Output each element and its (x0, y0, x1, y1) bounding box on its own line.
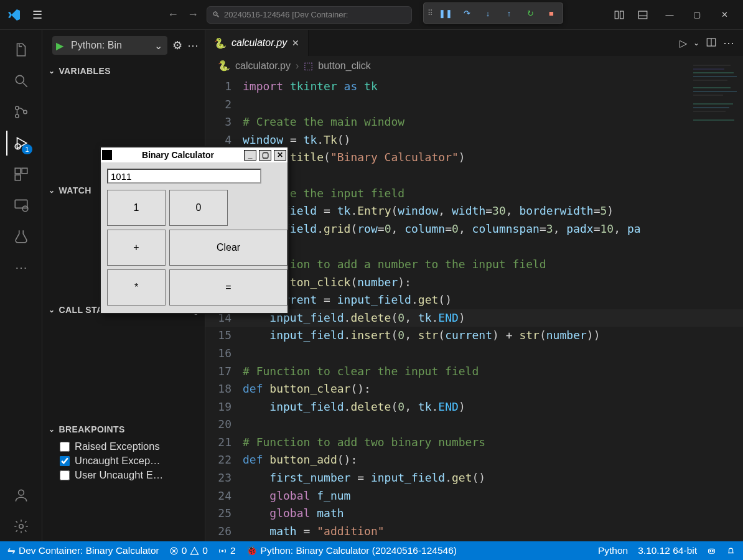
symbol-function-icon: ⬚ (304, 60, 313, 72)
debug-step-into-button[interactable]: ↓ (480, 6, 495, 21)
debug-stop-button[interactable]: ■ (544, 6, 559, 21)
calc-button-clear[interactable]: Clear (169, 230, 287, 266)
activity-remote-icon[interactable] (6, 190, 36, 220)
code-line[interactable]: input_field = tk.Entry(window, width=30,… (243, 202, 743, 220)
activity-testing-icon[interactable] (6, 222, 36, 251)
window-close-button[interactable]: ✕ (711, 4, 738, 26)
calculator-display[interactable]: 1011 (107, 169, 261, 184)
nav-back-button[interactable]: ← (164, 6, 182, 24)
calc-button-1[interactable]: 1 (107, 190, 166, 226)
activity-extensions-icon[interactable] (6, 159, 36, 189)
line-number: 19 (205, 398, 243, 416)
breakpoint-item[interactable]: Uncaught Excep… (42, 454, 205, 468)
code-line[interactable]: # Function to clear the input field (243, 363, 743, 381)
status-interpreter[interactable]: 3.10.12 64-bit (633, 545, 702, 556)
code-line[interactable]: import tkinter as tk (243, 78, 743, 96)
code-line[interactable]: input_field.grid(row=0, column=0, column… (243, 220, 743, 238)
breakpoint-checkbox[interactable] (60, 470, 70, 480)
window-minimize-button[interactable]: — (656, 4, 683, 26)
code-line[interactable]: math = "addition" (243, 523, 743, 541)
editor-tab-active[interactable]: 🐍 calculator.py ✕ (205, 30, 309, 56)
code-line[interactable]: global f_num (243, 487, 743, 505)
window-maximize-button[interactable]: ▢ (683, 4, 711, 26)
calc-button-0[interactable]: 0 (169, 190, 228, 226)
debug-config-gear-icon[interactable]: ⚙ (172, 39, 182, 52)
code-line[interactable]: def button_click(number): (243, 274, 743, 292)
breadcrumb-file[interactable]: calculator.py (235, 60, 291, 72)
calc-button-mul[interactable]: * (107, 269, 166, 306)
status-language[interactable]: Python (593, 545, 633, 556)
code-line[interactable]: input_field.insert(0, str(current) + str… (243, 327, 743, 345)
breadcrumbs[interactable]: 🐍 calculator.py › ⬚ button_click (205, 56, 743, 75)
status-problems[interactable]: 0 0 (164, 545, 213, 556)
calc-minimize-button[interactable]: _ (244, 150, 256, 161)
section-breakpoints-header[interactable]: ⌄ BREAKPOINTS (42, 419, 205, 439)
code-line[interactable]: window = tk.Tk() (243, 131, 743, 149)
activity-explorer-icon[interactable] (6, 35, 36, 65)
breakpoint-item[interactable]: User Uncaught E… (42, 468, 205, 482)
calculator-window[interactable]: Binary Calculator _ ▢ ✕ 1011 1 0 + Clear… (100, 146, 289, 314)
breakpoint-item[interactable]: Raised Exceptions (42, 439, 205, 454)
activity-search-icon[interactable] (6, 66, 36, 96)
activity-scm-icon[interactable] (6, 97, 36, 127)
calc-close-button[interactable]: ✕ (274, 150, 286, 161)
calculator-title-bar[interactable]: Binary Calculator _ ▢ ✕ (101, 147, 287, 162)
debug-step-out-button[interactable]: ↑ (502, 6, 516, 21)
more-icon[interactable]: ⋯ (187, 39, 199, 52)
code-line[interactable] (243, 96, 743, 114)
layout-customize-icon[interactable] (609, 6, 630, 24)
calc-button-plus[interactable]: + (107, 230, 166, 266)
editor-run-button[interactable]: ▷ (680, 37, 687, 49)
code-line[interactable] (243, 238, 743, 256)
breakpoint-checkbox[interactable] (60, 442, 70, 452)
code-line[interactable]: # Function to add a number to the input … (243, 256, 743, 274)
command-center-search[interactable]: 🔍︎ 20240516-124546 [Dev Container: (207, 6, 412, 24)
code-line[interactable]: # Function to add two binary numbers (243, 434, 743, 452)
activity-settings-icon[interactable] (6, 511, 36, 541)
code-line[interactable]: # Create the input field (243, 185, 743, 203)
code-line[interactable]: # Create the main window (243, 113, 743, 131)
code-line[interactable]: input_field.delete(0, tk.END) (243, 398, 743, 416)
code-line[interactable] (243, 167, 743, 185)
drag-handle-icon[interactable]: ⠿ (428, 9, 432, 17)
code-line[interactable]: input_field.delete(0, tk.END) (243, 309, 743, 327)
status-remote[interactable]: ⇋ Dev Container: Binary Calculator (2, 545, 164, 556)
breakpoint-checkbox[interactable] (60, 456, 70, 466)
run-play-icon[interactable]: ▶ (54, 40, 66, 52)
debug-restart-button[interactable]: ↻ (523, 6, 538, 21)
nav-forward-button[interactable]: → (184, 6, 202, 24)
code-line[interactable]: window.title("Binary Calculator") (243, 149, 743, 167)
breadcrumb-symbol[interactable]: button_click (318, 60, 371, 72)
line-number: 16 (205, 345, 243, 363)
calc-button-eq[interactable]: = (169, 269, 287, 306)
status-ports[interactable]: 2 (213, 545, 241, 556)
code-line[interactable]: first_number = input_field.get() (243, 469, 743, 487)
status-debug-target[interactable]: 🐞 Python: Binary Calculator (20240516-12… (241, 545, 462, 556)
code-line[interactable] (243, 345, 743, 363)
status-notifications-icon[interactable] (721, 546, 741, 556)
section-variables-header[interactable]: ⌄ VARIABLES (42, 61, 205, 81)
activity-account-icon[interactable] (6, 480, 36, 510)
run-config-dropdown[interactable]: ▶ Python: Bin ⌄ (52, 36, 167, 55)
code-line[interactable] (243, 416, 743, 434)
status-copilot-icon[interactable] (702, 546, 721, 556)
remote-icon: ⇋ (7, 545, 16, 556)
debug-pause-button[interactable]: ❚❚ (438, 6, 453, 21)
hamburger-menu-icon[interactable]: ☰ (27, 6, 47, 24)
code-line[interactable]: current = input_field.get() (243, 291, 743, 309)
tab-close-button[interactable]: ✕ (292, 38, 299, 48)
activity-more-icon[interactable]: ⋯ (6, 253, 36, 282)
calc-button-eq-label: = (225, 282, 231, 293)
code-line[interactable]: global math (243, 505, 743, 523)
panel-toggle-icon[interactable] (632, 6, 653, 24)
debug-step-over-button[interactable]: ↷ (459, 6, 474, 21)
code-line[interactable]: def button_clear(): (243, 380, 743, 398)
calc-maximize-button[interactable]: ▢ (259, 150, 271, 161)
minimap[interactable] (688, 60, 741, 246)
debug-toolbar[interactable]: ⠿ ❚❚ ↷ ↓ ↑ ↻ ■ (423, 2, 563, 24)
chevron-down-icon[interactable]: ⌄ (693, 39, 699, 47)
code-line[interactable]: def button_add(): (243, 451, 743, 469)
split-editor-icon[interactable] (706, 37, 717, 50)
more-icon[interactable]: ⋯ (723, 36, 734, 50)
activity-debug-icon[interactable]: 1 (6, 128, 36, 158)
